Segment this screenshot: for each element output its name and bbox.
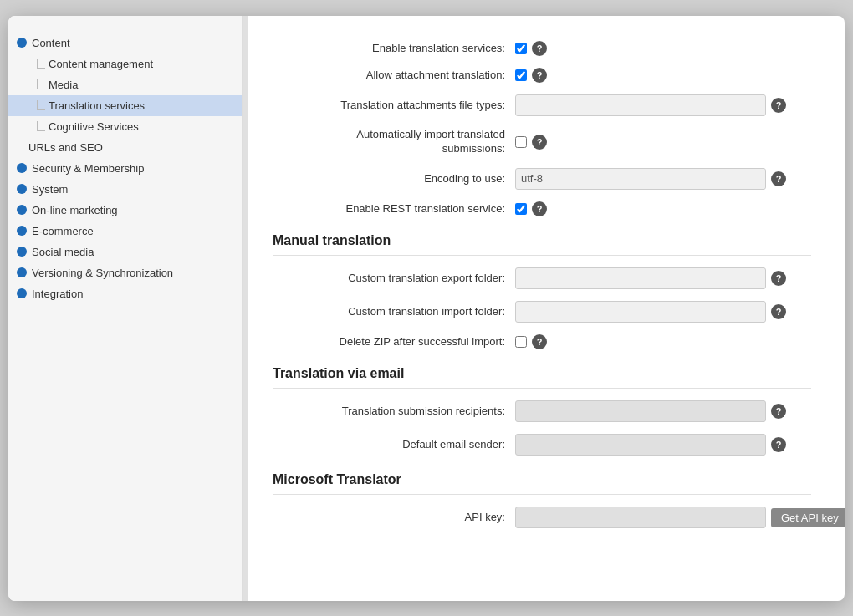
sidebar-item-online-marketing[interactable]: On-line marketing: [8, 200, 242, 221]
sidebar-item-label: Social media: [32, 246, 94, 258]
sidebar: Content Content management Media Transla…: [8, 16, 243, 601]
dot-icon: [17, 163, 27, 173]
dot-icon: [17, 247, 27, 257]
sidebar-item-content-management[interactable]: Content management: [8, 53, 242, 74]
label-submission-recipients: Translation submission recipients:: [273, 404, 515, 419]
help-icon-email-sender[interactable]: ?: [771, 437, 786, 452]
label-import-folder: Custom translation import folder:: [273, 304, 515, 319]
sidebar-item-security[interactable]: Security & Membership: [8, 158, 242, 179]
sidebar-item-content[interactable]: Content: [8, 33, 242, 53]
sidebar-item-label: URLs and SEO: [28, 141, 103, 154]
checkbox-enable-translation[interactable]: [515, 43, 527, 54]
row-submission-recipients: Translation submission recipients: ?: [273, 400, 811, 422]
sidebar-item-label: E-commerce: [32, 225, 94, 237]
row-enable-translation: Enable translation services: ?: [273, 41, 811, 56]
control-encoding: ?: [515, 168, 811, 190]
label-encoding: Encoding to use:: [273, 171, 515, 186]
checkbox-allow-attachment[interactable]: [515, 69, 527, 81]
dot-icon: [17, 184, 27, 194]
sidebar-item-media[interactable]: Media: [8, 74, 242, 95]
control-email-sender: ?: [515, 434, 811, 456]
control-import-folder: ?: [515, 301, 811, 323]
label-auto-import: Automatically import translatedsubmissio…: [273, 128, 515, 156]
row-email-sender: Default email sender: ?: [273, 434, 811, 456]
row-export-folder: Custom translation export folder: ?: [273, 267, 811, 289]
sidebar-item-label: Content: [32, 37, 70, 49]
control-submission-recipients: ?: [515, 400, 811, 422]
sidebar-item-system[interactable]: System: [8, 179, 242, 200]
label-rest-service: Enable REST translation service:: [273, 201, 515, 216]
sidebar-item-social-media[interactable]: Social media: [8, 242, 242, 262]
dot-icon: [17, 205, 27, 215]
help-icon-auto-import[interactable]: ?: [532, 135, 547, 150]
sidebar-item-label: Versioning & Synchronization: [32, 267, 173, 279]
sidebar-item-translation-services[interactable]: Translation services: [8, 95, 242, 116]
help-icon-import-folder[interactable]: ?: [771, 304, 786, 319]
help-icon-export-folder[interactable]: ?: [771, 271, 786, 286]
sidebar-item-label: On-line marketing: [32, 204, 118, 216]
checkbox-auto-import[interactable]: [515, 136, 527, 148]
sidebar-item-label: Cognitive Services: [49, 120, 139, 133]
help-icon-enable-translation[interactable]: ?: [532, 41, 547, 56]
sidebar-item-integration[interactable]: Integration: [8, 283, 242, 304]
control-enable-translation: ?: [515, 41, 811, 56]
section-microsoft-translator: Microsoft Translator: [273, 472, 811, 495]
main-content: Enable translation services: ? Allow att…: [248, 16, 845, 601]
input-export-folder[interactable]: [515, 267, 766, 289]
sidebar-item-label: Integration: [32, 288, 83, 300]
sidebar-item-urls-seo[interactable]: URLs and SEO: [8, 137, 242, 158]
help-icon-file-types[interactable]: ?: [771, 98, 786, 113]
checkbox-delete-zip[interactable]: [515, 336, 527, 348]
help-icon-delete-zip[interactable]: ?: [532, 334, 547, 349]
sidebar-item-cognitive-services[interactable]: Cognitive Services: [8, 116, 242, 137]
label-delete-zip: Delete ZIP after successful import:: [273, 334, 515, 349]
sidebar-item-versioning[interactable]: Versioning & Synchronization: [8, 262, 242, 283]
section-manual-translation: Manual translation: [273, 233, 811, 256]
row-delete-zip: Delete ZIP after successful import: ?: [273, 334, 811, 349]
get-api-key-button[interactable]: Get API key: [771, 508, 845, 527]
input-submission-recipients[interactable]: [515, 400, 766, 422]
label-enable-translation: Enable translation services:: [273, 41, 515, 56]
label-file-types: Translation attachments file types:: [273, 98, 515, 113]
control-delete-zip: ?: [515, 334, 811, 349]
indent-line: [37, 59, 45, 69]
label-export-folder: Custom translation export folder:: [273, 271, 515, 286]
sidebar-item-label: Security & Membership: [32, 162, 144, 175]
dot-icon: [17, 288, 27, 298]
input-encoding[interactable]: [515, 168, 766, 190]
dot-icon: [17, 267, 27, 277]
row-file-types: Translation attachments file types: ?: [273, 94, 811, 116]
checkbox-rest-service[interactable]: [515, 203, 527, 215]
label-email-sender: Default email sender:: [273, 437, 515, 452]
sidebar-item-ecommerce[interactable]: E-commerce: [8, 221, 242, 242]
indent-line: [37, 121, 45, 131]
control-allow-attachment: ?: [515, 68, 811, 83]
row-rest-service: Enable REST translation service: ?: [273, 201, 811, 216]
input-file-types[interactable]: [515, 94, 766, 116]
control-file-types: ?: [515, 94, 811, 116]
help-icon-allow-attachment[interactable]: ?: [532, 68, 547, 83]
row-auto-import: Automatically import translatedsubmissio…: [273, 128, 811, 156]
row-encoding: Encoding to use: ?: [273, 168, 811, 190]
row-api-key: API key: Get API key ?: [273, 507, 811, 528]
input-api-key[interactable]: [515, 507, 766, 528]
input-email-sender[interactable]: [515, 434, 766, 456]
dot-icon: [17, 38, 27, 48]
control-rest-service: ?: [515, 201, 811, 216]
label-api-key: API key:: [273, 510, 515, 525]
sidebar-item-label: Translation services: [49, 99, 145, 112]
help-icon-encoding[interactable]: ?: [771, 171, 786, 186]
section-email-translation: Translation via email: [273, 366, 811, 389]
input-import-folder[interactable]: [515, 301, 766, 323]
sidebar-item-label: Content management: [49, 58, 153, 70]
indent-line: [37, 100, 45, 110]
label-allow-attachment: Allow attachment translation:: [273, 68, 515, 83]
row-allow-attachment: Allow attachment translation: ?: [273, 68, 811, 83]
row-import-folder: Custom translation import folder: ?: [273, 301, 811, 323]
dot-icon: [17, 226, 27, 236]
main-window: Content Content management Media Transla…: [8, 16, 845, 601]
control-export-folder: ?: [515, 267, 811, 289]
sidebar-item-label: Media: [49, 79, 78, 91]
help-icon-submission-recipients[interactable]: ?: [771, 404, 786, 419]
help-icon-rest-service[interactable]: ?: [532, 201, 547, 216]
